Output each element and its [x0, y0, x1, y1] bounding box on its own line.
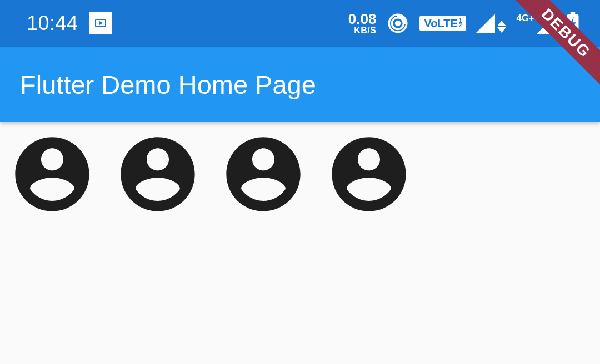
avatar-1[interactable]: [8, 130, 97, 219]
net-speed-unit: KB/S: [354, 26, 376, 34]
data-arrows-icon: [497, 21, 506, 33]
volte-sub-2: 2: [459, 23, 462, 28]
app-bar-title: Flutter Demo Home Page: [20, 69, 316, 100]
network-speed-indicator: 0.08 KB/S: [348, 12, 377, 34]
app-bar: Flutter Demo Home Page: [0, 47, 600, 122]
body-content: [0, 122, 600, 226]
volte-label: VoLTE: [424, 18, 457, 29]
status-bar: 10:44 0.08 KB/S VoLTE 1 2: [0, 0, 600, 47]
status-time: 10:44: [27, 12, 78, 35]
hotspot-icon: [386, 12, 409, 35]
screencast-icon: [89, 12, 112, 34]
status-left: 10:44: [27, 12, 112, 35]
avatar-2[interactable]: [113, 130, 202, 219]
svg-rect-5: [571, 12, 576, 14]
signal-1: [476, 14, 506, 33]
avatar-4[interactable]: [324, 130, 413, 219]
avatar-3[interactable]: [219, 130, 308, 219]
signal-triangle-icon: [476, 14, 495, 33]
net-speed-value: 0.08: [348, 12, 377, 26]
svg-point-2: [395, 21, 401, 27]
svg-marker-1: [99, 21, 103, 25]
volte-badge: VoLTE 1 2: [419, 16, 466, 31]
